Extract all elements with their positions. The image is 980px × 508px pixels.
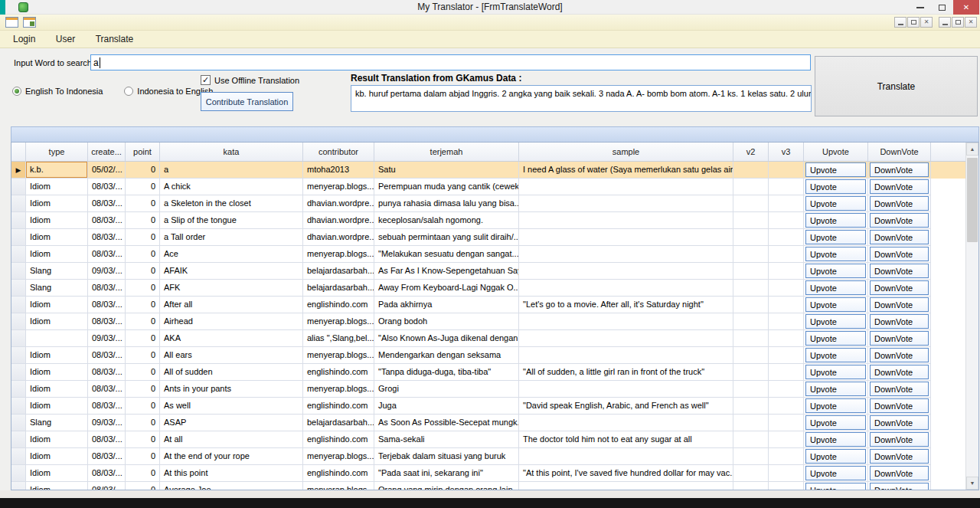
cell-v2[interactable]	[733, 364, 769, 381]
cell-created[interactable]: 08/03/...	[88, 280, 126, 297]
cell-created[interactable]: 08/03/...	[88, 381, 126, 398]
scroll-down-button[interactable]: ▼	[966, 477, 978, 490]
cell-v3[interactable]	[769, 179, 804, 195]
cell-contributor[interactable]: belajardasarbah...	[303, 280, 374, 297]
cell-sample[interactable]: "At this point, I've saved five hundred …	[519, 465, 733, 482]
maximize-button[interactable]	[931, 0, 953, 15]
row-downvote-button[interactable]: DownVote	[870, 449, 929, 464]
cell-created[interactable]: 08/03/...	[88, 212, 126, 229]
cell-type[interactable]: Idiom	[26, 482, 88, 490]
cell-point[interactable]: 0	[126, 364, 160, 381]
cell-sample[interactable]	[519, 263, 733, 280]
grid-row[interactable]: ▶ Idiom 08/03/... 0 a Skeleton in the cl…	[11, 195, 965, 212]
cell-type[interactable]: Idiom	[26, 246, 88, 263]
row-upvote-button[interactable]: Upvote	[805, 297, 866, 312]
cell-v2[interactable]	[733, 263, 769, 280]
radio-indonesia-to-english[interactable]: Indonesia to English	[124, 87, 213, 96]
cell-v3[interactable]	[769, 212, 804, 229]
grid-row[interactable]: ▶ Slang 08/03/... 0 AFK belajardasarbah.…	[11, 280, 965, 297]
row-selector-cell[interactable]: ▶	[11, 347, 26, 364]
grid-row[interactable]: ▶ Idiom 08/03/... 0 Ace menyerap.blogs..…	[11, 246, 965, 263]
cell-terjemah[interactable]: As Far As I Know-Sepengetahuan Saya	[374, 263, 519, 280]
grid-row[interactable]: ▶ Idiom 08/03/... 0 At all englishindo.c…	[11, 431, 965, 448]
cell-type[interactable]: k.b.	[26, 162, 88, 179]
cell-kata[interactable]: All of sudden	[160, 364, 303, 381]
row-selector-cell[interactable]: ▶	[11, 280, 26, 297]
cell-created[interactable]: 08/03/...	[88, 431, 126, 448]
cell-sample[interactable]	[519, 482, 733, 490]
row-selector-cell[interactable]: ▶	[11, 195, 26, 212]
cell-v3[interactable]	[769, 330, 804, 347]
grid-row[interactable]: ▶ Idiom 08/03/... 0 A chick menyerap.blo…	[11, 179, 965, 195]
cell-v2[interactable]	[733, 246, 769, 263]
row-upvote-button[interactable]: Upvote	[805, 264, 866, 278]
cell-type[interactable]: Idiom	[26, 465, 88, 482]
cell-kata[interactable]: At all	[160, 431, 303, 448]
row-selector-cell[interactable]: ▶	[11, 313, 26, 330]
cell-type[interactable]	[26, 330, 88, 347]
cell-point[interactable]: 0	[126, 280, 160, 297]
column-header-kata[interactable]: kata	[160, 143, 303, 161]
row-upvote-button[interactable]: Upvote	[805, 331, 866, 346]
row-upvote-button[interactable]: Upvote	[805, 314, 866, 329]
cell-sample[interactable]	[519, 381, 733, 398]
cell-created[interactable]: 08/03/...	[88, 398, 126, 415]
cell-type[interactable]: Idiom	[26, 297, 88, 313]
cell-point[interactable]: 0	[126, 482, 160, 490]
cell-kata[interactable]: AKA	[160, 330, 303, 347]
cell-sample[interactable]	[519, 448, 733, 465]
cell-terjemah[interactable]: "Tanpa diduga-duga, tiba-tiba"	[374, 364, 519, 381]
row-selector-cell[interactable]: ▶	[11, 162, 26, 179]
cell-kata[interactable]: Ace	[160, 246, 303, 263]
cell-contributor[interactable]: englishindo.com	[303, 398, 374, 415]
cell-sample[interactable]	[519, 330, 733, 347]
mdi-restore-button[interactable]	[907, 17, 920, 28]
column-header-downvote[interactable]: DownVote	[868, 143, 931, 161]
cell-sample[interactable]: The doctor told him not to eat any sugar…	[519, 431, 733, 448]
column-header-contributor[interactable]: contributor	[303, 143, 374, 161]
cell-point[interactable]: 0	[126, 431, 160, 448]
cell-terjemah[interactable]: sebuah permintaan yang sulit diraih/...	[374, 229, 519, 246]
cell-v2[interactable]	[733, 465, 769, 482]
grid-row[interactable]: ▶ Idiom 08/03/... 0 a Tall order dhavian…	[11, 229, 965, 246]
cell-point[interactable]: 0	[126, 162, 160, 179]
cell-created[interactable]: 08/03/...	[88, 482, 126, 490]
cell-type[interactable]: Idiom	[26, 448, 88, 465]
cell-point[interactable]: 0	[126, 347, 160, 364]
grid-row[interactable]: ▶ k.b. 05/02/... 0 a mtoha2013 Satu I ne…	[11, 162, 965, 179]
cell-contributor[interactable]: menyerap.blogs...	[303, 313, 374, 330]
mdi-minimize-button-2[interactable]	[939, 17, 951, 28]
cell-kata[interactable]: After all	[160, 297, 303, 313]
cell-v2[interactable]	[733, 280, 769, 297]
column-header-selector[interactable]	[11, 143, 26, 161]
row-upvote-button[interactable]: Upvote	[805, 415, 866, 430]
column-header-upvote[interactable]: Upvote	[804, 143, 868, 161]
row-selector-cell[interactable]: ▶	[11, 229, 26, 246]
cell-point[interactable]: 0	[126, 313, 160, 330]
row-downvote-button[interactable]: DownVote	[870, 483, 929, 490]
contribute-translation-button[interactable]: Contribute Translation	[201, 92, 293, 111]
cell-terjemah[interactable]: "Also Known As-Juga dikenal dengan	[374, 330, 519, 347]
cell-v2[interactable]	[733, 297, 769, 313]
cell-contributor[interactable]: dhavian.wordpre...	[303, 229, 374, 246]
cell-sample[interactable]	[519, 179, 733, 195]
cell-sample[interactable]	[519, 313, 733, 330]
cell-point[interactable]: 0	[126, 212, 160, 229]
cell-v3[interactable]	[769, 465, 804, 482]
row-downvote-button[interactable]: DownVote	[870, 196, 929, 211]
cell-contributor[interactable]: menyerap.blogs...	[303, 347, 374, 364]
cell-point[interactable]: 0	[126, 179, 160, 195]
cell-v3[interactable]	[769, 381, 804, 398]
row-selector-cell[interactable]: ▶	[11, 263, 26, 280]
cell-point[interactable]: 0	[126, 448, 160, 465]
cell-sample[interactable]: "All of sudden, a little girl ran in fro…	[519, 364, 733, 381]
row-downvote-button[interactable]: DownVote	[870, 179, 929, 194]
cell-terjemah[interactable]: Pada akhirnya	[374, 297, 519, 313]
cell-kata[interactable]: As well	[160, 398, 303, 415]
cell-kata[interactable]: At this point	[160, 465, 303, 482]
row-downvote-button[interactable]: DownVote	[870, 348, 929, 362]
cell-terjemah[interactable]: punya rahasia dimasa lalu yang bisa...	[374, 195, 519, 212]
cell-terjemah[interactable]: Satu	[374, 162, 519, 179]
cell-point[interactable]: 0	[126, 229, 160, 246]
cell-point[interactable]: 0	[126, 381, 160, 398]
